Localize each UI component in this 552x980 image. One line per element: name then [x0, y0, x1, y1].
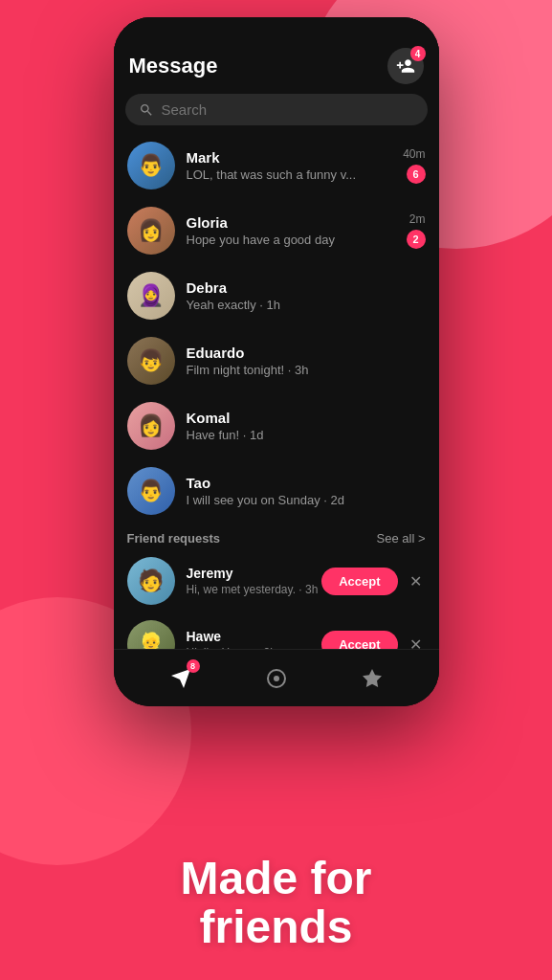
messages-list: 👨 Mark LOL, that was such a funny v... 4… [114, 133, 439, 649]
friend-name: Hawe [187, 629, 322, 644]
message-item[interactable]: 👩 Gloria Hope you have a good day 2m 2 [114, 198, 439, 263]
tagline-line1: Made for [133, 855, 420, 902]
accept-button[interactable]: Accept [321, 568, 397, 595]
friend-request-item: 👱 Hawe Hi, I'm Hawe. · 3h Accept ✕ [114, 612, 439, 649]
message-meta: 40m 6 [403, 147, 425, 184]
friend-info: Jeremy Hi, we met yesterday. · 3h [187, 566, 322, 596]
message-name: Gloria [187, 214, 399, 231]
message-preview: Film night tonight! · 3h [187, 363, 418, 377]
message-item[interactable]: 👩 Komal Have fun! · 1d [114, 393, 439, 458]
message-preview: Have fun! · 1d [187, 428, 418, 442]
message-content: Tao I will see you on Sunday · 2d [187, 475, 418, 507]
bottom-nav: 8 [114, 649, 439, 706]
message-item[interactable]: 👦 Eduardo Film night tonight! · 3h [114, 328, 439, 393]
message-preview: I will see you on Sunday · 2d [187, 493, 418, 507]
explore-nav-icon [265, 667, 288, 690]
message-content: Eduardo Film night tonight! · 3h [187, 345, 418, 377]
message-content: Debra Yeah exactly · 1h [187, 279, 418, 312]
discover-nav-icon [361, 667, 384, 690]
avatar: 👩 [127, 207, 175, 255]
friend-request-item: 🧑 Jeremy Hi, we met yesterday. · 3h Acce… [114, 549, 439, 612]
friend-requests-title: Friend requests [127, 531, 221, 546]
friend-actions: Accept ✕ [321, 568, 425, 595]
add-friend-button[interactable]: 4 [387, 48, 424, 84]
message-meta: 2m 2 [407, 212, 426, 249]
page-title: Message [129, 54, 218, 78]
message-name: Mark [187, 149, 396, 166]
message-item[interactable]: 👨 Tao I will see you on Sunday · 2d [114, 458, 439, 523]
nav-discover[interactable] [349, 656, 395, 702]
see-all-link[interactable]: See all > [377, 531, 426, 546]
avatar: 👨 [127, 142, 175, 189]
header: Message 4 [114, 44, 439, 94]
nav-messages[interactable]: 8 [158, 656, 204, 702]
tagline-line2: friends [133, 903, 420, 951]
friend-info: Hawe Hi, I'm Hawe. · 3h [187, 629, 322, 649]
tagline: Made for friends [133, 855, 420, 951]
dismiss-button[interactable]: ✕ [406, 568, 426, 594]
message-item[interactable]: 🧕 Debra Yeah exactly · 1h [114, 263, 439, 328]
search-input[interactable] [162, 101, 414, 118]
message-time: 2m [409, 212, 426, 226]
add-friend-badge: 4 [410, 46, 426, 61]
message-content: Gloria Hope you have a good day [187, 214, 399, 247]
nav-explore[interactable] [254, 656, 299, 702]
message-name: Eduardo [187, 345, 418, 361]
message-preview: Hope you have a good day [187, 233, 399, 247]
friend-name: Jeremy [187, 566, 322, 581]
unread-badge: 6 [407, 165, 426, 184]
avatar: 🧑 [127, 557, 175, 605]
svg-point-1 [274, 676, 279, 681]
message-name: Debra [187, 279, 418, 296]
status-bar [114, 17, 439, 44]
phone-frame: Message 4 👨 Mark LOL, that was such a [114, 17, 439, 706]
message-content: Komal Have fun! · 1d [187, 410, 418, 442]
avatar: 👩 [127, 402, 175, 450]
message-preview: LOL, that was such a funny v... [187, 167, 396, 182]
search-bar[interactable] [125, 94, 428, 125]
search-icon [139, 102, 154, 118]
message-name: Tao [187, 475, 418, 491]
message-content: Mark LOL, that was such a funny v... [187, 149, 396, 182]
message-name: Komal [187, 410, 418, 426]
friend-actions: Accept ✕ [321, 631, 425, 650]
messages-nav-badge: 8 [187, 659, 200, 673]
accept-button[interactable]: Accept [321, 631, 397, 650]
avatar: 👨 [127, 467, 175, 515]
avatar: 👱 [127, 620, 175, 649]
friend-requests-section-header: Friend requests See all > [114, 523, 439, 549]
dismiss-button[interactable]: ✕ [406, 632, 426, 650]
message-time: 40m [403, 147, 425, 161]
avatar: 🧕 [127, 272, 175, 320]
avatar: 👦 [127, 337, 175, 385]
message-item[interactable]: 👨 Mark LOL, that was such a funny v... 4… [114, 133, 439, 198]
message-preview: Yeah exactly · 1h [187, 298, 418, 312]
unread-badge: 2 [407, 230, 426, 249]
friend-preview: Hi, we met yesterday. · 3h [187, 583, 322, 596]
